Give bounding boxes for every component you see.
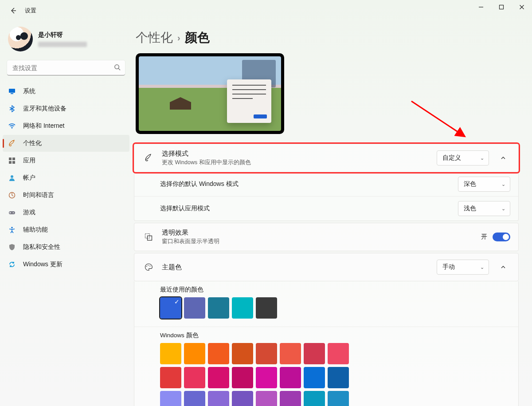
color-swatch[interactable] [160, 297, 181, 319]
minimize-button[interactable] [471, 0, 491, 14]
color-swatch[interactable] [184, 391, 205, 406]
color-swatch[interactable] [256, 297, 277, 319]
color-swatch[interactable] [232, 391, 253, 406]
sidebar-item[interactable]: 隐私和安全性 [3, 239, 129, 256]
accessibility-icon [8, 226, 16, 234]
recent-colors [160, 297, 510, 319]
color-swatch[interactable] [160, 343, 181, 364]
app-mode-dropdown[interactable]: 浅色 ⌄ [458, 201, 510, 216]
back-button[interactable] [7, 4, 20, 17]
svg-point-18 [11, 227, 13, 229]
panel-choose-mode[interactable]: 选择模式 更改 Windows 和应用中显示的颜色 自定义 ⌄ [134, 144, 519, 172]
svg-point-9 [12, 128, 12, 129]
paintbrush-icon [8, 139, 16, 147]
search-input[interactable] [7, 60, 125, 75]
windows-colors-label: Windows 颜色 [160, 331, 510, 339]
color-swatch[interactable] [160, 391, 181, 406]
panel-accent[interactable]: 主题色 手动 ⌄ [134, 253, 519, 281]
search-box[interactable] [7, 60, 125, 75]
sidebar: 是小轩呀 系统蓝牙和其他设备网络和 Internet个性化应用帐户时间和语言游戏… [0, 21, 132, 406]
color-swatch[interactable] [256, 343, 277, 364]
row-windows-mode: 选择你的默认 Windows 模式 深色 ⌄ [134, 172, 518, 196]
sidebar-item[interactable]: 游戏 [3, 204, 129, 221]
sidebar-item-label: 网络和 Internet [23, 122, 64, 130]
color-swatch[interactable] [328, 367, 349, 388]
bluetooth-icon [8, 105, 16, 113]
chevron-down-icon: ⌄ [480, 155, 484, 161]
color-swatch[interactable] [304, 367, 325, 388]
sidebar-item[interactable]: 蓝牙和其他设备 [3, 100, 129, 117]
sidebar-item-label: 帐户 [23, 174, 35, 182]
sidebar-item-label: 个性化 [23, 139, 42, 147]
color-swatch[interactable] [208, 391, 229, 406]
apps-icon [8, 157, 16, 165]
row-app-mode: 选择默认应用模式 浅色 ⌄ [134, 196, 518, 221]
windows-mode-dropdown[interactable]: 深色 ⌄ [458, 177, 510, 192]
accent-dropdown[interactable]: 手动 ⌄ [437, 260, 489, 275]
profile-block[interactable]: 是小轩呀 [0, 23, 132, 58]
color-swatch[interactable] [304, 391, 325, 406]
person-icon [8, 174, 16, 182]
mode-title: 选择模式 [162, 150, 430, 158]
color-swatch[interactable] [160, 367, 181, 388]
sidebar-item[interactable]: 时间和语言 [3, 187, 129, 204]
chevron-down-icon: ⌄ [501, 206, 505, 212]
color-swatch[interactable] [208, 343, 229, 364]
svg-point-5 [115, 65, 119, 69]
color-swatch[interactable] [184, 297, 205, 319]
transparency-toggle[interactable] [493, 233, 510, 241]
gamepad-icon [8, 209, 16, 217]
color-swatch[interactable] [232, 343, 253, 364]
sidebar-item[interactable]: 辅助功能 [3, 221, 129, 238]
sidebar-item-label: 蓝牙和其他设备 [23, 105, 66, 113]
app-title: 设置 [25, 7, 36, 15]
nav-list: 系统蓝牙和其他设备网络和 Internet个性化应用帐户时间和语言游戏辅助功能隐… [0, 81, 132, 275]
color-swatch[interactable] [232, 367, 253, 388]
search-icon [114, 64, 121, 72]
color-swatch[interactable] [328, 343, 349, 364]
color-swatch[interactable] [256, 391, 277, 406]
profile-name: 是小轩呀 [38, 31, 87, 39]
clock-globe-icon [8, 191, 16, 199]
sidebar-item[interactable]: 应用 [3, 152, 129, 169]
svg-rect-7 [9, 89, 15, 93]
maximize-button[interactable] [491, 0, 512, 14]
breadcrumb-root[interactable]: 个性化 [136, 29, 173, 46]
svg-rect-10 [9, 158, 12, 160]
mode-desc: 更改 Windows 和应用中显示的颜色 [162, 159, 430, 166]
color-swatch[interactable] [184, 367, 205, 388]
breadcrumb: 个性化 › 颜色 [134, 29, 519, 46]
color-swatch[interactable] [304, 343, 325, 364]
color-swatch[interactable] [208, 297, 229, 319]
sidebar-item[interactable]: 系统 [3, 83, 129, 100]
theme-preview [136, 53, 284, 134]
sidebar-item-label: 时间和语言 [23, 191, 54, 199]
avatar [8, 27, 33, 51]
color-swatch[interactable] [328, 391, 349, 406]
svg-rect-12 [9, 161, 12, 164]
panel-transparency[interactable]: 透明效果 窗口和表面显示半透明 开 [134, 223, 519, 251]
sidebar-item[interactable]: Windows 更新 [3, 256, 129, 273]
mode-subpanel: 选择你的默认 Windows 模式 深色 ⌄ 选择默认应用模式 浅色 ⌄ [134, 172, 519, 221]
collapse-button[interactable] [496, 151, 510, 165]
color-swatch[interactable] [232, 297, 253, 319]
chevron-down-icon: ⌄ [501, 181, 505, 187]
svg-rect-11 [12, 158, 15, 160]
close-button[interactable] [512, 0, 532, 14]
color-swatch[interactable] [280, 391, 301, 406]
color-swatch[interactable] [280, 367, 301, 388]
mode-dropdown[interactable]: 自定义 ⌄ [437, 150, 489, 166]
sidebar-item[interactable]: 帐户 [3, 169, 129, 186]
palette-icon [142, 263, 155, 272]
color-swatch[interactable] [280, 343, 301, 364]
color-swatch[interactable] [184, 343, 205, 364]
sidebar-item[interactable]: 个性化 [3, 135, 129, 152]
display-icon [8, 87, 16, 95]
svg-point-14 [11, 175, 13, 178]
color-swatch[interactable] [256, 367, 277, 388]
color-swatch[interactable] [208, 367, 229, 388]
shield-icon [8, 243, 16, 251]
sidebar-item[interactable]: 网络和 Internet [3, 118, 129, 134]
profile-email-redacted [38, 42, 87, 47]
collapse-button[interactable] [496, 260, 510, 274]
